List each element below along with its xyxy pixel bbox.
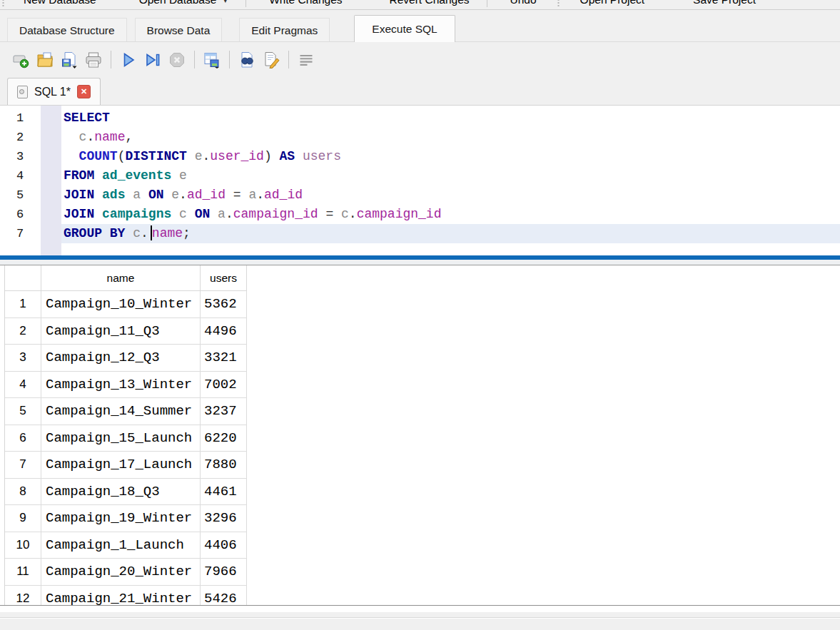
- sql-token: SELECT: [64, 111, 110, 125]
- sql-token: COUNT: [79, 149, 118, 163]
- cell-name[interactable]: Campaign_14_Summer: [41, 398, 201, 425]
- sql-token: .: [349, 207, 357, 221]
- cell-name[interactable]: Campaign_1_Launch: [41, 532, 201, 559]
- new-sql-tab-button[interactable]: [10, 49, 31, 71]
- stop-icon: [168, 51, 186, 68]
- table-row[interactable]: 6Campaign_15_Launch6220: [5, 425, 247, 452]
- cell-users[interactable]: 6220: [201, 425, 247, 452]
- tab-database-structure[interactable]: Database Structure: [7, 18, 127, 41]
- sql-token: ad_id: [187, 188, 226, 202]
- table-row[interactable]: 10Campaign_1_Launch4406: [5, 532, 247, 559]
- open-sql-file-button[interactable]: [34, 49, 56, 71]
- row-number[interactable]: 2: [5, 318, 41, 345]
- save-sql-file-button[interactable]: [59, 49, 80, 71]
- sql-tab-active[interactable]: SQL 1*: [7, 78, 101, 105]
- sql-token: ON: [195, 207, 211, 221]
- row-number[interactable]: 8: [5, 479, 41, 505]
- close-tab-icon[interactable]: [77, 85, 91, 98]
- cell-users[interactable]: 4496: [201, 318, 247, 345]
- sql-token: [210, 207, 218, 221]
- open-database-button[interactable]: Open Database▾: [128, 0, 235, 9]
- cell-users[interactable]: 4461: [201, 479, 247, 505]
- undo-button[interactable]: Undo: [499, 0, 544, 9]
- row-number[interactable]: 6: [5, 425, 41, 452]
- cell-name[interactable]: Campaign_17_Launch: [41, 452, 201, 478]
- word-wrap-button[interactable]: [295, 49, 317, 71]
- cell-users[interactable]: 7880: [201, 452, 247, 478]
- table-row[interactable]: 9Campaign_19_Winter3296: [5, 505, 247, 532]
- toolbar-grip[interactable]: [557, 0, 560, 8]
- table-row[interactable]: 2Campaign_11_Q34496: [5, 318, 247, 345]
- stop-button[interactable]: [166, 49, 188, 71]
- cell-users[interactable]: 5426: [201, 586, 247, 606]
- cell-users[interactable]: 3296: [201, 505, 247, 532]
- cell-name[interactable]: Campaign_15_Launch: [41, 425, 201, 452]
- execute-all-button[interactable]: [118, 49, 139, 71]
- tab-edit-pragmas[interactable]: Edit Pragmas: [239, 18, 330, 41]
- print-button[interactable]: [83, 49, 104, 71]
- row-number[interactable]: 9: [5, 505, 41, 532]
- corner-header-cell[interactable]: [5, 265, 41, 290]
- row-number[interactable]: 7: [5, 452, 41, 478]
- table-row[interactable]: 12Campaign_21_Winter5426: [5, 586, 247, 606]
- results-inner: nameusers 1Campaign_10_Winter53622Campai…: [4, 265, 247, 606]
- sql-token: .: [141, 226, 148, 240]
- code-area[interactable]: SELECT c.name, COUNT(DISTINCT e.user_id)…: [64, 108, 840, 243]
- row-number[interactable]: 4: [5, 372, 41, 398]
- toolbar-button-label: New Database: [24, 0, 96, 6]
- cell-name[interactable]: Campaign_19_Winter: [41, 505, 201, 532]
- save-project-button[interactable]: Save Project: [682, 0, 763, 9]
- tab-execute-sql[interactable]: Execute SQL: [354, 15, 455, 42]
- table-row[interactable]: 3Campaign_12_Q33321: [5, 345, 247, 372]
- line-number: 6: [0, 205, 41, 224]
- dropdown-arrow-icon[interactable]: ▾: [223, 0, 227, 4]
- line-number: 1: [0, 108, 41, 128]
- cell-users[interactable]: 5362: [201, 291, 247, 317]
- execute-line-button[interactable]: [142, 49, 163, 71]
- row-number[interactable]: 10: [5, 532, 41, 559]
- row-number[interactable]: 3: [5, 345, 41, 371]
- row-number[interactable]: 5: [5, 398, 41, 425]
- row-number[interactable]: 11: [5, 559, 41, 585]
- open-project-button[interactable]: Open Project: [569, 0, 652, 9]
- table-row[interactable]: 11Campaign_20_Winter7966: [5, 559, 247, 586]
- sql-editor[interactable]: 1234567 SELECT c.name, COUNT(DISTINCT e.…: [0, 105, 840, 255]
- sql-token: user_id: [210, 149, 264, 163]
- line-number: 2: [0, 128, 41, 147]
- cell-name[interactable]: Campaign_11_Q3: [41, 318, 201, 345]
- sql-token: ad_events: [102, 168, 171, 183]
- write-changes-button[interactable]: Write Changes: [258, 0, 349, 9]
- cell-name[interactable]: Campaign_20_Winter: [41, 559, 201, 585]
- cell-name[interactable]: Campaign_10_Winter: [41, 291, 201, 317]
- revert-changes-button[interactable]: Revert Changes: [378, 0, 477, 9]
- sql-token: DISTINCT: [125, 149, 186, 163]
- table-row[interactable]: 8Campaign_18_Q34461: [5, 479, 247, 506]
- sql-token: ON: [148, 188, 164, 202]
- cell-users[interactable]: 3321: [201, 345, 247, 371]
- search-button[interactable]: [236, 49, 258, 71]
- format-sql-button[interactable]: [260, 49, 282, 71]
- column-header-name[interactable]: name: [41, 265, 201, 290]
- row-number[interactable]: 12: [5, 586, 41, 606]
- cell-users[interactable]: 7002: [201, 372, 247, 398]
- table-row[interactable]: 5Campaign_14_Summer3237: [5, 398, 247, 425]
- tab-browse-data[interactable]: Browse Data: [135, 18, 223, 41]
- sql-token: name: [94, 130, 125, 144]
- cell-name[interactable]: Campaign_18_Q3: [41, 479, 201, 505]
- sql-tab-label: SQL 1*: [34, 86, 71, 98]
- cell-users[interactable]: 7966: [201, 559, 247, 585]
- cell-users[interactable]: 4406: [201, 532, 247, 559]
- column-header-users[interactable]: users: [201, 265, 247, 290]
- cell-name[interactable]: Campaign_21_Winter: [41, 586, 201, 606]
- table-row[interactable]: 4Campaign_13_Winter7002: [5, 372, 247, 399]
- cell-users[interactable]: 3237: [201, 398, 247, 425]
- line-number-gutter[interactable]: 1234567: [0, 106, 41, 255]
- cell-name[interactable]: Campaign_13_Winter: [41, 372, 201, 398]
- save-results-button[interactable]: [201, 49, 223, 71]
- new-database-button[interactable]: New Database: [12, 0, 103, 9]
- toolbar-grip[interactable]: [1, 0, 5, 8]
- row-number[interactable]: 1: [5, 291, 41, 317]
- cell-name[interactable]: Campaign_12_Q3: [41, 345, 201, 371]
- table-row[interactable]: 1Campaign_10_Winter5362: [5, 291, 247, 318]
- table-row[interactable]: 7Campaign_17_Launch7880: [5, 452, 247, 479]
